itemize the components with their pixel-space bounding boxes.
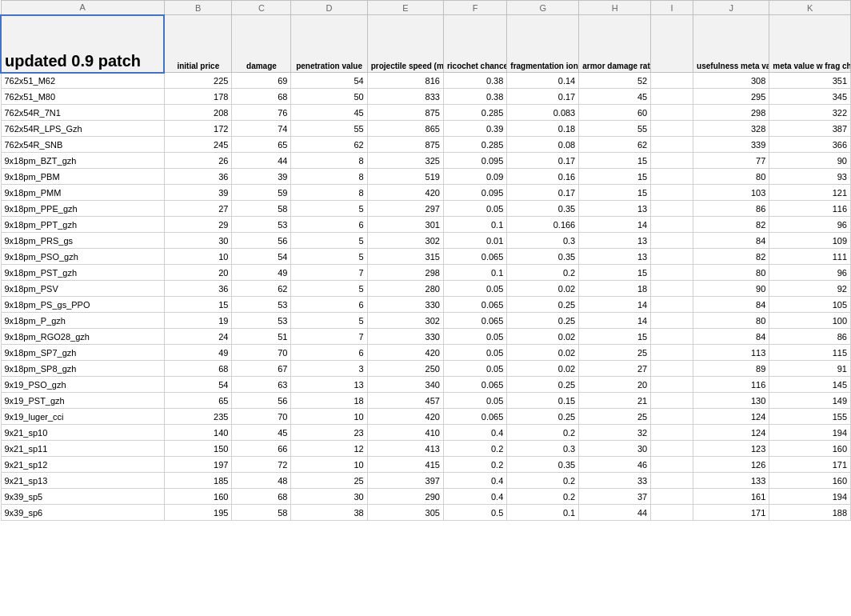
cell-r13-c10[interactable]: 92 — [769, 281, 851, 297]
cell-r7-c6[interactable]: 0.17 — [507, 185, 579, 201]
cell-r24-c10[interactable]: 171 — [769, 457, 851, 473]
cell-r16-c4[interactable]: 330 — [367, 329, 443, 345]
cell-r17-c3[interactable]: 6 — [291, 345, 367, 361]
cell-r14-c7[interactable]: 14 — [579, 297, 651, 313]
cell-r25-c6[interactable]: 0.2 — [507, 473, 579, 489]
cell-r9-c1[interactable]: 29 — [164, 217, 232, 233]
cell-r15-c2[interactable]: 53 — [232, 313, 291, 329]
cell-r2-c2[interactable]: 76 — [232, 105, 291, 121]
cell-r10-c3[interactable]: 5 — [291, 233, 367, 249]
cell-r15-c5[interactable]: 0.065 — [443, 313, 506, 329]
cell-r12-c1[interactable]: 20 — [164, 265, 232, 281]
cell-r5-c2[interactable]: 44 — [232, 153, 291, 169]
cell-r2-c5[interactable]: 0.285 — [443, 105, 506, 121]
cell-r21-c7[interactable]: 25 — [579, 409, 651, 425]
cell-r1-c4[interactable]: 833 — [367, 89, 443, 105]
cell-r8-c7[interactable]: 13 — [579, 201, 651, 217]
cell-r27-c1[interactable]: 195 — [164, 505, 232, 521]
cell-r25-c5[interactable]: 0.4 — [443, 473, 506, 489]
cell-r26-c7[interactable]: 37 — [579, 489, 651, 505]
cell-r15-c1[interactable]: 19 — [164, 313, 232, 329]
cell-r17-c4[interactable]: 420 — [367, 345, 443, 361]
cell-r16-c8[interactable] — [651, 329, 693, 345]
cell-r13-c1[interactable]: 36 — [164, 281, 232, 297]
cell-r3-c2[interactable]: 74 — [232, 121, 291, 137]
cell-r6-c10[interactable]: 93 — [769, 169, 851, 185]
cell-r14-c2[interactable]: 53 — [232, 297, 291, 313]
cell-r2-c1[interactable]: 208 — [164, 105, 232, 121]
cell-r9-c7[interactable]: 14 — [579, 217, 651, 233]
cell-r5-c10[interactable]: 90 — [769, 153, 851, 169]
cell-r20-c7[interactable]: 21 — [579, 393, 651, 409]
cell-r2-c0[interactable]: 762x54R_7N1 — [1, 105, 164, 121]
cell-r5-c1[interactable]: 26 — [164, 153, 232, 169]
cell-r24-c8[interactable] — [651, 457, 693, 473]
cell-r19-c6[interactable]: 0.25 — [507, 377, 579, 393]
cell-r26-c10[interactable]: 194 — [769, 489, 851, 505]
cell-r4-c2[interactable]: 65 — [232, 137, 291, 153]
cell-r22-c5[interactable]: 0.4 — [443, 425, 506, 441]
cell-r3-c1[interactable]: 172 — [164, 121, 232, 137]
cell-r1-c3[interactable]: 50 — [291, 89, 367, 105]
cell-r17-c8[interactable] — [651, 345, 693, 361]
cell-r1-c7[interactable]: 45 — [579, 89, 651, 105]
cell-r27-c8[interactable] — [651, 505, 693, 521]
cell-r18-c1[interactable]: 68 — [164, 361, 232, 377]
cell-r20-c2[interactable]: 56 — [232, 393, 291, 409]
cell-r18-c10[interactable]: 91 — [769, 361, 851, 377]
cell-r8-c6[interactable]: 0.35 — [507, 201, 579, 217]
cell-r9-c3[interactable]: 6 — [291, 217, 367, 233]
cell-r10-c9[interactable]: 84 — [693, 233, 769, 249]
cell-r1-c8[interactable] — [651, 89, 693, 105]
cell-r12-c10[interactable]: 96 — [769, 265, 851, 281]
cell-r0-c0[interactable]: 762x51_M62 — [1, 73, 164, 89]
cell-r23-c6[interactable]: 0.3 — [507, 441, 579, 457]
cell-r15-c3[interactable]: 5 — [291, 313, 367, 329]
cell-r21-c5[interactable]: 0.065 — [443, 409, 506, 425]
cell-r27-c9[interactable]: 171 — [693, 505, 769, 521]
cell-r16-c6[interactable]: 0.02 — [507, 329, 579, 345]
cell-r20-c8[interactable] — [651, 393, 693, 409]
cell-r6-c9[interactable]: 80 — [693, 169, 769, 185]
cell-r22-c7[interactable]: 32 — [579, 425, 651, 441]
cell-r4-c6[interactable]: 0.08 — [507, 137, 579, 153]
cell-r14-c6[interactable]: 0.25 — [507, 297, 579, 313]
cell-r21-c8[interactable] — [651, 409, 693, 425]
cell-r0-c3[interactable]: 54 — [291, 73, 367, 89]
cell-r0-c6[interactable]: 0.14 — [507, 73, 579, 89]
cell-r4-c4[interactable]: 875 — [367, 137, 443, 153]
cell-r11-c4[interactable]: 315 — [367, 249, 443, 265]
cell-r19-c7[interactable]: 20 — [579, 377, 651, 393]
cell-r10-c10[interactable]: 109 — [769, 233, 851, 249]
cell-r10-c7[interactable]: 13 — [579, 233, 651, 249]
cell-r18-c3[interactable]: 3 — [291, 361, 367, 377]
cell-r4-c1[interactable]: 245 — [164, 137, 232, 153]
cell-r22-c0[interactable]: 9x21_sp10 — [1, 425, 164, 441]
cell-r7-c4[interactable]: 420 — [367, 185, 443, 201]
cell-r5-c3[interactable]: 8 — [291, 153, 367, 169]
cell-r13-c8[interactable] — [651, 281, 693, 297]
cell-r0-c8[interactable] — [651, 73, 693, 89]
cell-r4-c0[interactable]: 762x54R_SNB — [1, 137, 164, 153]
cell-r22-c10[interactable]: 194 — [769, 425, 851, 441]
cell-r20-c3[interactable]: 18 — [291, 393, 367, 409]
cell-r17-c10[interactable]: 115 — [769, 345, 851, 361]
cell-r5-c5[interactable]: 0.095 — [443, 153, 506, 169]
cell-r2-c4[interactable]: 875 — [367, 105, 443, 121]
cell-r15-c6[interactable]: 0.25 — [507, 313, 579, 329]
cell-r9-c0[interactable]: 9x18pm_PPT_gzh — [1, 217, 164, 233]
cell-r6-c3[interactable]: 8 — [291, 169, 367, 185]
cell-r3-c8[interactable] — [651, 121, 693, 137]
cell-r3-c6[interactable]: 0.18 — [507, 121, 579, 137]
cell-r6-c5[interactable]: 0.09 — [443, 169, 506, 185]
cell-r18-c7[interactable]: 27 — [579, 361, 651, 377]
cell-r23-c9[interactable]: 123 — [693, 441, 769, 457]
cell-r1-c2[interactable]: 68 — [232, 89, 291, 105]
cell-r9-c8[interactable] — [651, 217, 693, 233]
cell-r4-c7[interactable]: 62 — [579, 137, 651, 153]
cell-r16-c1[interactable]: 24 — [164, 329, 232, 345]
cell-r11-c0[interactable]: 9x18pm_PSO_gzh — [1, 249, 164, 265]
cell-r20-c1[interactable]: 65 — [164, 393, 232, 409]
cell-r7-c0[interactable]: 9x18pm_PMM — [1, 185, 164, 201]
cell-r14-c4[interactable]: 330 — [367, 297, 443, 313]
